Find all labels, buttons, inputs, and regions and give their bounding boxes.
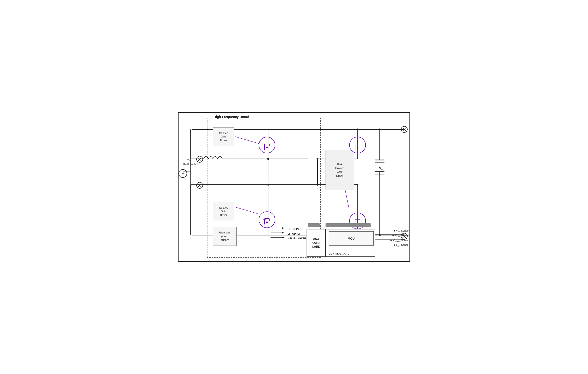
svg-point-28 <box>356 128 358 130</box>
ac-symbol: ~ <box>182 171 184 176</box>
hf-board-label: High Frequency Board <box>212 115 251 119</box>
vneutral-sense-label: ◄ Vneutral Sense <box>389 239 409 242</box>
gate-driver-upper-left: IsolatedGateDriver <box>213 127 234 146</box>
hf-upper-label: HF_UPPER <box>288 228 302 230</box>
right-upper-fuse <box>401 126 408 133</box>
vline-sense-label: ◄ VLine Sense <box>392 234 409 238</box>
mosfet-lower-left <box>259 211 275 228</box>
svg-point-29 <box>379 128 381 130</box>
ac-source: ~ <box>178 169 187 178</box>
connector-bar-small <box>308 223 320 227</box>
diagram-container: High Frequency Board VIN 180V-305V AC ~ … <box>178 112 410 262</box>
mosfet-upper-left <box>259 137 275 153</box>
dual-gate-driver-label: DualIsolatedGateDriver <box>335 162 345 178</box>
hflf-lower-text: HF/LF_LOWER <box>288 237 306 240</box>
control-card-label: CONTROL CARD <box>329 252 349 255</box>
gate-driver-upper-left-label: IsolatedGateDriver <box>219 131 228 142</box>
iline-sense-label: ◄ ILine Sense <box>393 243 409 247</box>
vdc-text: VDC <box>379 166 384 170</box>
svg-point-37 <box>379 234 381 236</box>
aux-power-card: AUXPOWERCARD <box>306 229 326 257</box>
svg-marker-74 <box>266 221 268 223</box>
gate-driver-lower-left: IsolatedGateDriver <box>213 202 234 221</box>
vin-voltage: 180V-305V AC <box>180 163 198 166</box>
dual-gate-driver: DualIsolatedGateDriver <box>326 150 354 190</box>
svg-point-39 <box>356 184 358 186</box>
connector-bar-large <box>326 223 371 227</box>
upper-fuse <box>196 156 203 163</box>
aux-power-card-text: AUXPOWERCARD <box>311 237 321 249</box>
vout-sense-label: ◄ Vout Sense <box>393 229 409 233</box>
svg-marker-67 <box>266 146 268 148</box>
hf-upper-text: HF_UPPER <box>288 228 302 230</box>
vin-label: VIN 180V-305V AC <box>180 158 198 166</box>
gate-bias-supply: Gate biaspowersupply <box>213 227 237 246</box>
mosfet-upper-right <box>349 137 366 153</box>
hflf-lower-label: HF/LF_LOWER <box>288 237 306 240</box>
lf-upper-label: LF_UPPER <box>288 232 301 235</box>
gate-driver-lower-left-label: IsolatedGateDriver <box>219 206 228 217</box>
lf-upper-text: LF_UPPER <box>288 232 301 235</box>
mcu-label: MCU <box>347 237 355 240</box>
lower-fuse <box>196 182 203 189</box>
svg-marker-81 <box>356 146 359 148</box>
vin-text-v: VIN <box>187 158 191 161</box>
control-card: MCU CONTROL CARD <box>326 229 375 257</box>
gate-bias-label: Gate biaspowersupply <box>219 231 230 242</box>
vdc-label: VDC <box>379 166 384 171</box>
mcu-box: MCU <box>329 231 374 246</box>
